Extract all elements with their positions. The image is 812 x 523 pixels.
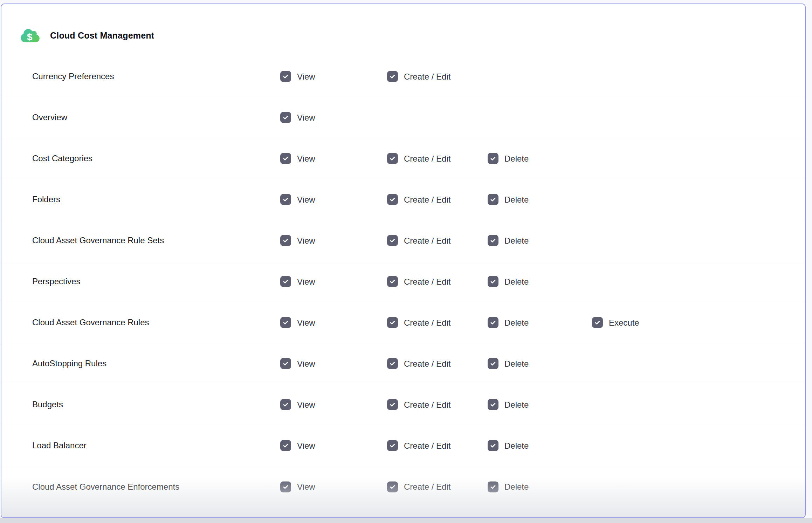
check-icon	[389, 442, 396, 449]
delete-checkbox[interactable]	[488, 276, 498, 287]
create_edit-checkbox[interactable]	[387, 71, 398, 82]
check-icon	[282, 442, 289, 449]
create_edit-checkbox[interactable]	[387, 276, 398, 287]
view-checkbox[interactable]	[280, 440, 291, 451]
view-permission-cell[interactable]: View	[280, 276, 315, 287]
view-permission-cell[interactable]: View	[280, 194, 315, 205]
create_edit-checkbox[interactable]	[387, 440, 398, 451]
delete-permission-cell[interactable]: Delete	[488, 153, 529, 164]
permission-label: View	[297, 72, 315, 81]
create_edit-permission-cell[interactable]: Create / Edit	[387, 358, 450, 369]
permission-label: Create / Edit	[404, 400, 450, 409]
check-icon	[389, 360, 396, 367]
execute-checkbox[interactable]	[592, 317, 603, 328]
delete-checkbox[interactable]	[488, 358, 498, 369]
delete-permission-cell[interactable]: Delete	[488, 358, 529, 369]
delete-checkbox[interactable]	[488, 317, 498, 328]
view-permission-cell[interactable]: View	[280, 317, 315, 328]
view-checkbox[interactable]	[280, 317, 291, 328]
view-checkbox[interactable]	[280, 153, 291, 164]
delete-checkbox[interactable]	[488, 481, 498, 492]
permission-row-label: Folders	[32, 195, 60, 204]
view-checkbox[interactable]	[280, 481, 291, 492]
delete-permission-cell[interactable]: Delete	[488, 317, 529, 328]
view-permission-cell[interactable]: View	[280, 112, 315, 123]
view-permission-cell[interactable]: View	[280, 71, 315, 82]
create_edit-checkbox[interactable]	[387, 153, 398, 164]
create_edit-permission-cell[interactable]: Create / Edit	[387, 194, 450, 205]
permission-label: Delete	[504, 195, 529, 204]
view-permission-cell[interactable]: View	[280, 440, 315, 451]
permission-label: Delete	[504, 482, 529, 492]
view-permission-cell[interactable]: View	[280, 153, 315, 164]
view-checkbox[interactable]	[280, 194, 291, 205]
view-checkbox[interactable]	[280, 358, 291, 369]
permission-label: View	[297, 236, 315, 245]
permission-row-label: Overview	[32, 113, 67, 122]
permission-row-label: Cloud Asset Governance Rules	[32, 318, 149, 327]
permission-label: Delete	[504, 318, 529, 327]
permission-row: Load Balancer View Create / Edit Delete	[1, 425, 805, 466]
create_edit-permission-cell[interactable]: Create / Edit	[387, 399, 450, 410]
check-icon	[389, 483, 396, 490]
create_edit-checkbox[interactable]	[387, 399, 398, 410]
create_edit-permission-cell[interactable]: Create / Edit	[387, 71, 450, 82]
create_edit-permission-cell[interactable]: Create / Edit	[387, 317, 450, 328]
create_edit-permission-cell[interactable]: Create / Edit	[387, 481, 450, 492]
permission-row: Cost Categories View Create / Edit Delet…	[1, 138, 805, 179]
check-icon	[282, 73, 289, 80]
view-checkbox[interactable]	[280, 276, 291, 287]
create_edit-permission-cell[interactable]: Create / Edit	[387, 440, 450, 451]
create_edit-checkbox[interactable]	[387, 235, 398, 246]
delete-permission-cell[interactable]: Delete	[488, 399, 529, 410]
view-checkbox[interactable]	[280, 399, 291, 410]
permission-row: AutoStopping Rules View Create / Edit De…	[1, 343, 805, 384]
delete-permission-cell[interactable]: Delete	[488, 440, 529, 451]
view-permission-cell[interactable]: View	[280, 358, 315, 369]
permission-label: Create / Edit	[404, 359, 450, 368]
permission-label: View	[297, 318, 315, 327]
check-icon	[282, 278, 289, 285]
execute-permission-cell[interactable]: Execute	[592, 317, 639, 328]
permission-label: Delete	[504, 359, 529, 368]
create_edit-permission-cell[interactable]: Create / Edit	[387, 153, 450, 164]
view-checkbox[interactable]	[280, 112, 291, 123]
permission-label: View	[297, 195, 315, 204]
delete-checkbox[interactable]	[488, 440, 498, 451]
page-title: Cloud Cost Management	[50, 30, 154, 41]
delete-checkbox[interactable]	[488, 153, 498, 164]
permission-label: View	[297, 441, 315, 450]
permission-row-label: AutoStopping Rules	[32, 359, 106, 368]
delete-permission-cell[interactable]: Delete	[488, 235, 529, 246]
create_edit-permission-cell[interactable]: Create / Edit	[387, 276, 450, 287]
view-permission-cell[interactable]: View	[280, 235, 315, 246]
view-permission-cell[interactable]: View	[280, 399, 315, 410]
cloud-cost-management-permissions-card: $ Cloud Cost Management Currency Prefere…	[1, 4, 806, 518]
delete-permission-cell[interactable]: Delete	[488, 481, 529, 492]
permission-label: View	[297, 400, 315, 409]
create_edit-permission-cell[interactable]: Create / Edit	[387, 235, 450, 246]
create_edit-checkbox[interactable]	[387, 358, 398, 369]
create_edit-checkbox[interactable]	[387, 194, 398, 205]
check-icon	[389, 237, 396, 244]
permission-row-label: Load Balancer	[32, 441, 87, 450]
check-icon	[490, 278, 496, 285]
delete-permission-cell[interactable]: Delete	[488, 194, 529, 205]
delete-permission-cell[interactable]: Delete	[488, 276, 529, 287]
delete-checkbox[interactable]	[488, 399, 498, 410]
check-icon	[389, 196, 396, 203]
view-checkbox[interactable]	[280, 235, 291, 246]
check-icon	[282, 319, 289, 326]
create_edit-checkbox[interactable]	[387, 481, 398, 492]
delete-checkbox[interactable]	[488, 194, 498, 205]
check-icon	[490, 442, 496, 449]
view-permission-cell[interactable]: View	[280, 481, 315, 492]
check-icon	[389, 401, 396, 408]
permission-label: Create / Edit	[404, 482, 450, 492]
permission-row-label: Cloud Asset Governance Enforcements	[32, 482, 179, 492]
permission-label: Delete	[504, 441, 529, 450]
check-icon	[490, 483, 496, 490]
view-checkbox[interactable]	[280, 71, 291, 82]
create_edit-checkbox[interactable]	[387, 317, 398, 328]
delete-checkbox[interactable]	[488, 235, 498, 246]
